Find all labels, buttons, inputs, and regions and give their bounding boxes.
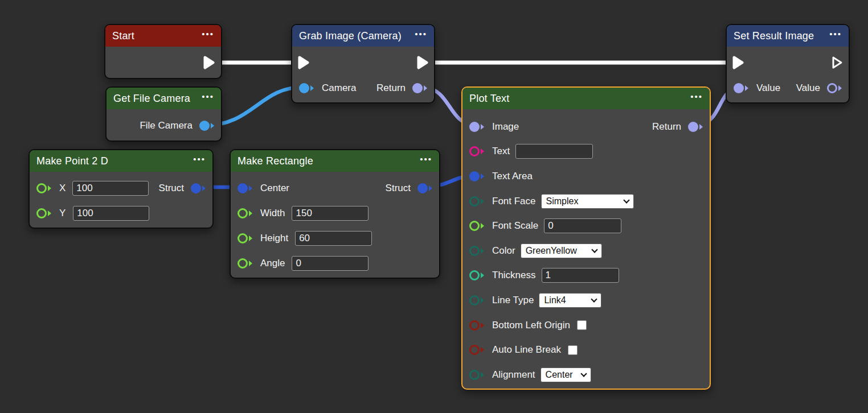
font-face-input-port[interactable] [469,196,484,206]
color-select[interactable]: GreenYellow [521,243,602,258]
camera-input-port[interactable] [299,83,314,93]
output-label: File Camera [140,120,193,131]
chevron-down-icon [591,296,597,302]
struct-output-port[interactable] [191,183,206,193]
value-input-port[interactable] [734,83,748,93]
color-input-port[interactable] [469,246,484,256]
input-label: Font Scale [492,220,538,232]
height-input-port[interactable] [238,233,252,243]
chevron-down-icon [623,197,629,203]
node-grab-image-header[interactable]: Grab Image (Camera) ••• [292,25,434,47]
node-menu-button[interactable]: ••• [420,156,432,162]
bottom-left-origin-input-port[interactable] [469,320,484,331]
width-input[interactable] [292,206,369,221]
node-set-result-image-header[interactable]: Set Result Image ••• [727,25,849,47]
input-label: Font Face [492,196,536,207]
alignment-select[interactable]: Center [541,367,591,382]
chevron-down-icon [591,246,597,253]
input-label: Value [756,82,780,94]
node-get-file-camera-header[interactable]: Get File Camera ••• [107,88,221,109]
chevron-down-icon [580,370,587,377]
node-make-rectangle-header[interactable]: Make Rectangle ••• [231,150,439,172]
font-face-select[interactable]: Simplex [541,194,634,209]
width-input-port[interactable] [238,208,252,218]
node-grab-image-camera[interactable]: Grab Image (Camera) ••• Camera Return [291,24,435,104]
exec-input-pin[interactable] [297,55,310,71]
file-camera-output-port[interactable] [199,121,214,131]
alignment-value: Center [546,370,573,380]
output-label: Return [376,82,406,94]
input-label: Y [59,208,65,219]
node-menu-button[interactable]: ••• [193,156,206,162]
node-plot-text-header[interactable]: Plot Text ••• [462,88,710,109]
input-label: Image [492,121,519,133]
return-output-port[interactable] [412,83,427,93]
input-label: Center [260,183,289,194]
input-label: Color [492,245,515,257]
image-input-port[interactable] [469,122,484,132]
node-get-file-camera[interactable]: Get File Camera ••• File Camera [105,86,222,142]
value-output-port[interactable] [827,83,842,93]
font-scale-input[interactable] [544,218,621,233]
line-type-value: Link4 [544,295,566,305]
input-label: Line Type [492,295,534,306]
bottom-left-origin-checkbox[interactable] [577,320,587,330]
node-make-point-header[interactable]: Make Point 2 D ••• [30,150,212,172]
thickness-input[interactable] [542,268,619,283]
height-input[interactable] [295,231,372,246]
node-start[interactable]: Start ••• [104,24,222,79]
y-input-port[interactable] [36,208,51,218]
output-label: Struct [386,183,411,194]
thickness-input-port[interactable] [469,270,484,280]
node-menu-button[interactable]: ••• [690,94,703,100]
center-input-port[interactable] [238,183,252,193]
node-graph-canvas[interactable]: Start ••• Get File Camera ••• File Camer… [0,0,868,413]
auto-line-break-checkbox[interactable] [568,345,578,355]
input-label: Auto Line Break [492,344,561,356]
x-input[interactable] [72,181,149,196]
input-label: Bottom Left Origin [492,320,570,331]
y-input[interactable] [73,206,149,221]
node-menu-button[interactable]: ••• [415,31,427,37]
node-title: Make Point 2 D [36,155,108,167]
angle-input-port[interactable] [238,258,252,269]
text-input-port[interactable] [469,146,484,156]
text-input[interactable] [515,144,593,159]
input-label: Width [260,208,285,219]
input-label: Alignment [492,369,535,381]
auto-line-break-input-port[interactable] [469,345,484,355]
node-title: Set Result Image [734,30,814,42]
node-start-header[interactable]: Start ••• [105,25,221,47]
node-set-result-image[interactable]: Set Result Image ••• Value Value [726,24,850,104]
return-output-port[interactable] [688,122,703,132]
node-make-point-2d[interactable]: Make Point 2 D ••• X Struct Y [28,149,214,229]
output-label: Struct [159,183,184,194]
exec-output-pin[interactable] [830,55,844,71]
font-face-value: Simplex [546,196,579,206]
line-type-select[interactable]: Link4 [539,293,601,308]
struct-output-port[interactable] [417,183,432,193]
node-title: Make Rectangle [238,155,313,167]
node-plot-text[interactable]: Plot Text ••• Image Return Text Text Are… [461,86,711,390]
node-menu-button[interactable]: ••• [202,94,214,100]
input-label: Thickness [492,270,536,281]
input-label: Text Area [492,171,533,182]
exec-output-pin[interactable] [416,55,429,71]
node-title: Grab Image (Camera) [299,30,402,42]
x-input-port[interactable] [36,183,51,193]
angle-input[interactable] [292,256,369,271]
output-label: Return [652,121,681,133]
node-menu-button[interactable]: ••• [829,31,842,37]
alignment-input-port[interactable] [469,370,484,380]
exec-output-pin[interactable] [202,55,216,71]
text-area-input-port[interactable] [469,171,484,181]
output-label: Value [796,82,820,94]
font-scale-input-port[interactable] [469,221,484,231]
node-menu-button[interactable]: ••• [202,31,214,37]
node-title: Plot Text [469,93,510,105]
input-label: X [59,183,65,194]
node-title: Get File Camera [113,93,190,105]
node-make-rectangle[interactable]: Make Rectangle ••• Center Struct Width H… [230,149,440,279]
line-type-input-port[interactable] [469,295,484,305]
exec-input-pin[interactable] [731,55,745,71]
